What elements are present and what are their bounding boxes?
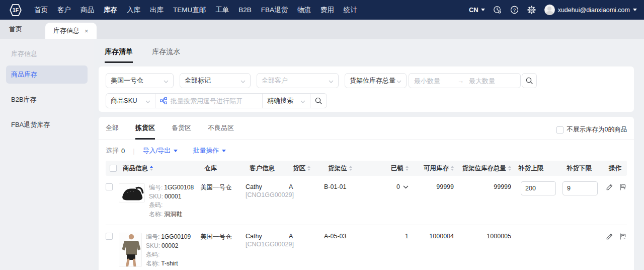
edit-icon[interactable] xyxy=(606,183,613,191)
cell-customer: Cathy [CNO1GG00029] xyxy=(246,233,289,248)
product-image[interactable] xyxy=(119,183,145,202)
batch-icon[interactable] xyxy=(160,97,167,104)
warehouse-select[interactable]: 美国一号仓 xyxy=(106,73,174,88)
sidebar: 库存信息 商品库存 B2B库存 FBA退货库存 xyxy=(0,39,94,270)
cell-warehouse: 美国一号仓 xyxy=(200,183,246,192)
expand-locked-icon[interactable] xyxy=(403,185,409,189)
qty-type-select-value: 货架位库存总量 xyxy=(350,76,395,85)
max-quantity-input[interactable] xyxy=(464,77,512,85)
sort-icon[interactable] xyxy=(451,166,454,171)
language-selector[interactable]: CN xyxy=(469,6,485,14)
table-row: 编号:1GG00108 SKU:00001 条码: 名称:洞洞鞋 美国一号仓 C… xyxy=(106,176,627,225)
menu-b2b[interactable]: B2B xyxy=(238,6,252,14)
chevron-down-icon xyxy=(145,97,150,105)
close-icon[interactable]: × xyxy=(85,27,89,35)
sort-icon[interactable] xyxy=(307,166,310,171)
avatar xyxy=(544,5,555,15)
mark-select[interactable]: 全部标记 xyxy=(180,73,251,88)
sidebar-item-product-inventory[interactable]: 商品库存 xyxy=(6,65,88,84)
product-sku: 00002 xyxy=(162,242,178,249)
menu-fba-returns[interactable]: FBA退货 xyxy=(261,6,288,15)
svg-text:?: ? xyxy=(513,8,516,13)
zone-tab-defective[interactable]: 不良品区 xyxy=(208,123,234,140)
tab-home[interactable]: 首页 xyxy=(0,20,31,39)
sidebar-title: 库存信息 xyxy=(0,39,94,58)
user-account[interactable]: xudehui@dianxiaomi.com xyxy=(544,5,637,15)
menu-workorder[interactable]: 工单 xyxy=(215,6,229,15)
selected-label: 选择 xyxy=(106,146,119,155)
selected-count: 0 xyxy=(121,147,125,155)
customer-select[interactable]: 全部客户 xyxy=(257,73,339,88)
product-number: 1GG00108 xyxy=(164,184,194,191)
sort-icon[interactable] xyxy=(349,166,352,171)
help-icon[interactable]: ? xyxy=(510,6,519,15)
product-image[interactable] xyxy=(119,233,142,267)
page-tabbar: 首页 库存信息 × xyxy=(0,20,644,39)
zone-tab-stocking[interactable]: 备货区 xyxy=(172,123,191,140)
chevron-down-icon xyxy=(481,9,485,11)
history-clock-icon[interactable] xyxy=(493,6,502,15)
edit-icon[interactable] xyxy=(606,233,613,240)
svg-text:1F: 1F xyxy=(13,8,19,13)
match-mode-value: 精确搜索 xyxy=(267,96,293,105)
search-button[interactable] xyxy=(522,73,537,88)
product-name: T-shirt xyxy=(161,260,178,267)
menu-inventory[interactable]: 库存 xyxy=(104,6,117,15)
chevron-down-icon xyxy=(164,77,169,85)
hide-zero-checkbox[interactable] xyxy=(556,126,564,133)
cell-customer: Cathy [CNO1GG00029] xyxy=(246,183,289,198)
import-export-button[interactable]: 导入/导出 xyxy=(143,146,178,155)
flag-icon[interactable] xyxy=(619,233,626,240)
qty-type-select[interactable]: 货架位库存总量 xyxy=(345,73,407,88)
chevron-down-icon xyxy=(222,150,226,152)
match-mode-select[interactable]: 精确搜索 xyxy=(262,94,310,108)
cell-available: 1000004 xyxy=(412,233,457,240)
zone-tab-all[interactable]: 全部 xyxy=(106,123,119,140)
flag-icon[interactable] xyxy=(619,183,626,191)
sort-icon[interactable] xyxy=(406,166,409,171)
sku-search-button[interactable] xyxy=(310,94,327,108)
menu-stats[interactable]: 统计 xyxy=(344,6,357,15)
chevron-down-icon xyxy=(300,97,305,105)
row-checkbox[interactable] xyxy=(106,183,113,190)
zone-tab-picking[interactable]: 拣货区 xyxy=(135,123,155,140)
sort-icon[interactable] xyxy=(508,166,511,171)
menu-outbound[interactable]: 出库 xyxy=(150,6,164,15)
tab-inventory-list[interactable]: 库存清单 xyxy=(105,47,133,63)
menu-temu[interactable]: TEMU直邮 xyxy=(173,6,206,15)
menu-inbound[interactable]: 入库 xyxy=(127,6,140,15)
tab-inventory-flow[interactable]: 库存流水 xyxy=(152,47,180,63)
cell-locked: 0 xyxy=(374,183,412,190)
chevron-down-icon xyxy=(633,9,637,11)
sort-icon[interactable] xyxy=(150,166,153,171)
sku-search-group: 商品SKU 精确搜索 xyxy=(106,93,327,108)
restock-upper-input[interactable] xyxy=(521,181,556,195)
row-checkbox[interactable] xyxy=(106,233,113,240)
inventory-tabs: 库存清单 库存流水 xyxy=(105,47,180,63)
sidebar-item-b2b-inventory[interactable]: B2B库存 xyxy=(6,91,88,109)
sidebar-item-fba-return-inventory[interactable]: FBA退货库存 xyxy=(6,116,88,134)
menu-home[interactable]: 首页 xyxy=(34,6,48,15)
cell-zone: A xyxy=(289,233,324,240)
mark-select-value: 全部标记 xyxy=(185,76,211,85)
menu-fees[interactable]: 费用 xyxy=(320,6,334,15)
batch-search-input[interactable] xyxy=(171,97,257,105)
select-all-checkbox[interactable] xyxy=(110,165,117,172)
hide-zero-stock-option: 不展示库存为0的商品 xyxy=(556,125,627,140)
inventory-table-panel: 全部 拣货区 备货区 不良品区 不展示库存为0的商品 选择 0 | 导入/导出 … xyxy=(99,117,634,270)
menu-customers[interactable]: 客户 xyxy=(57,6,71,15)
sku-type-select[interactable]: 商品SKU xyxy=(106,94,155,108)
min-quantity-input[interactable] xyxy=(409,77,457,85)
table-header: 商品信息 仓库 客户信息 货区 货架位 已锁 可用库存 货架位库存总量 补货上限… xyxy=(106,161,627,176)
range-arrow-icon: → xyxy=(457,77,464,85)
menu-products[interactable]: 商品 xyxy=(80,6,94,15)
restock-lower-input[interactable] xyxy=(562,181,598,195)
chevron-down-icon xyxy=(240,77,246,85)
app-logo-icon[interactable]: 1F xyxy=(9,4,22,17)
gear-icon[interactable] xyxy=(527,6,536,15)
zone-tab-row: 全部 拣货区 备货区 不良品区 不展示库存为0的商品 xyxy=(99,117,634,140)
tab-inventory-info[interactable]: 库存信息 × xyxy=(45,23,97,39)
tab-label: 库存信息 xyxy=(53,26,79,35)
batch-operations-button[interactable]: 批量操作 xyxy=(193,146,226,155)
menu-logistics[interactable]: 物流 xyxy=(297,6,311,15)
